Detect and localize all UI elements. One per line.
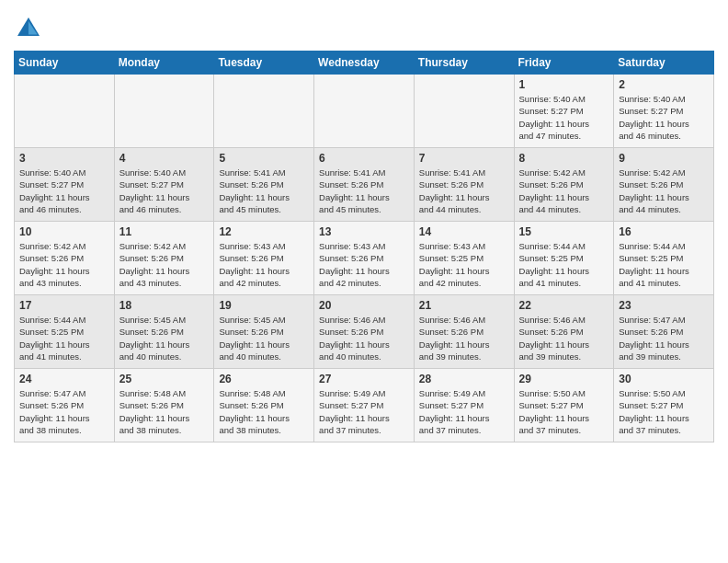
day-cell: 12Sunrise: 5:43 AM Sunset: 5:26 PM Dayli… [214, 222, 314, 295]
day-info: Sunrise: 5:41 AM Sunset: 5:26 PM Dayligh… [219, 167, 309, 215]
day-cell: 22Sunrise: 5:46 AM Sunset: 5:26 PM Dayli… [514, 295, 614, 369]
day-number: 8 [519, 152, 609, 165]
day-info: Sunrise: 5:42 AM Sunset: 5:26 PM Dayligh… [19, 240, 109, 289]
weekday-header-friday: Friday [514, 52, 614, 75]
day-info: Sunrise: 5:48 AM Sunset: 5:26 PM Dayligh… [119, 387, 210, 436]
day-number: 26 [219, 373, 309, 385]
day-cell: 16Sunrise: 5:44 AM Sunset: 5:25 PM Dayli… [614, 222, 714, 295]
day-info: Sunrise: 5:47 AM Sunset: 5:26 PM Dayligh… [619, 314, 709, 362]
day-info: Sunrise: 5:43 AM Sunset: 5:25 PM Dayligh… [419, 240, 509, 289]
day-cell: 3Sunrise: 5:40 AM Sunset: 5:27 PM Daylig… [15, 148, 115, 222]
day-number: 24 [19, 373, 109, 385]
day-number: 3 [19, 152, 109, 165]
weekday-header-monday: Monday [114, 52, 214, 75]
day-cell: 28Sunrise: 5:49 AM Sunset: 5:27 PM Dayli… [414, 369, 514, 442]
weekday-header-sunday: Sunday [15, 52, 115, 75]
day-cell [414, 75, 514, 148]
day-cell: 2Sunrise: 5:40 AM Sunset: 5:27 PM Daylig… [614, 75, 714, 148]
day-info: Sunrise: 5:42 AM Sunset: 5:26 PM Dayligh… [119, 240, 210, 289]
day-cell: 4Sunrise: 5:40 AM Sunset: 5:27 PM Daylig… [114, 148, 214, 222]
day-number: 18 [119, 299, 210, 312]
weekday-header-saturday: Saturday [614, 52, 714, 75]
day-info: Sunrise: 5:49 AM Sunset: 5:27 PM Dayligh… [319, 387, 409, 436]
week-row-2: 3Sunrise: 5:40 AM Sunset: 5:27 PM Daylig… [15, 148, 714, 222]
day-cell: 10Sunrise: 5:42 AM Sunset: 5:26 PM Dayli… [15, 222, 115, 295]
day-info: Sunrise: 5:50 AM Sunset: 5:27 PM Dayligh… [619, 387, 709, 436]
day-number: 23 [619, 299, 709, 312]
day-info: Sunrise: 5:42 AM Sunset: 5:26 PM Dayligh… [619, 167, 709, 215]
day-number: 10 [19, 225, 109, 238]
day-number: 4 [119, 152, 210, 165]
weekday-row: SundayMondayTuesdayWednesdayThursdayFrid… [15, 52, 714, 75]
day-info: Sunrise: 5:47 AM Sunset: 5:26 PM Dayligh… [19, 387, 109, 436]
day-number: 30 [619, 373, 709, 385]
day-info: Sunrise: 5:48 AM Sunset: 5:26 PM Dayligh… [219, 387, 309, 436]
day-cell: 6Sunrise: 5:41 AM Sunset: 5:26 PM Daylig… [314, 148, 415, 222]
day-cell: 19Sunrise: 5:45 AM Sunset: 5:26 PM Dayli… [214, 295, 314, 369]
svg-marker-1 [28, 21, 38, 34]
weekday-header-wednesday: Wednesday [314, 52, 415, 75]
day-info: Sunrise: 5:45 AM Sunset: 5:26 PM Dayligh… [119, 314, 210, 362]
day-info: Sunrise: 5:49 AM Sunset: 5:27 PM Dayligh… [419, 387, 509, 436]
calendar-header: SundayMondayTuesdayWednesdayThursdayFrid… [15, 52, 714, 75]
day-cell [214, 75, 314, 148]
day-number: 21 [419, 299, 509, 312]
day-number: 7 [419, 152, 509, 165]
day-info: Sunrise: 5:44 AM Sunset: 5:25 PM Dayligh… [619, 240, 709, 289]
day-info: Sunrise: 5:43 AM Sunset: 5:26 PM Dayligh… [319, 240, 409, 289]
day-cell: 9Sunrise: 5:42 AM Sunset: 5:26 PM Daylig… [614, 148, 714, 222]
day-number: 11 [119, 225, 210, 238]
day-info: Sunrise: 5:40 AM Sunset: 5:27 PM Dayligh… [19, 167, 109, 215]
day-number: 29 [519, 373, 609, 385]
day-number: 9 [619, 152, 709, 165]
day-number: 15 [519, 225, 609, 238]
day-cell: 11Sunrise: 5:42 AM Sunset: 5:26 PM Dayli… [114, 222, 214, 295]
day-number: 22 [519, 299, 609, 312]
day-info: Sunrise: 5:46 AM Sunset: 5:26 PM Dayligh… [519, 314, 609, 362]
day-info: Sunrise: 5:41 AM Sunset: 5:26 PM Dayligh… [419, 167, 509, 215]
day-cell: 27Sunrise: 5:49 AM Sunset: 5:27 PM Dayli… [314, 369, 415, 442]
day-cell: 23Sunrise: 5:47 AM Sunset: 5:26 PM Dayli… [614, 295, 714, 369]
day-info: Sunrise: 5:40 AM Sunset: 5:27 PM Dayligh… [119, 167, 210, 215]
week-row-3: 10Sunrise: 5:42 AM Sunset: 5:26 PM Dayli… [15, 222, 714, 295]
week-row-4: 17Sunrise: 5:44 AM Sunset: 5:25 PM Dayli… [15, 295, 714, 369]
day-info: Sunrise: 5:40 AM Sunset: 5:27 PM Dayligh… [519, 93, 609, 142]
day-cell: 21Sunrise: 5:46 AM Sunset: 5:26 PM Dayli… [414, 295, 514, 369]
day-info: Sunrise: 5:45 AM Sunset: 5:26 PM Dayligh… [219, 314, 309, 362]
day-number: 12 [219, 225, 309, 238]
day-cell: 5Sunrise: 5:41 AM Sunset: 5:26 PM Daylig… [214, 148, 314, 222]
day-number: 14 [419, 225, 509, 238]
day-info: Sunrise: 5:43 AM Sunset: 5:26 PM Dayligh… [219, 240, 309, 289]
day-number: 2 [619, 78, 709, 91]
day-info: Sunrise: 5:46 AM Sunset: 5:26 PM Dayligh… [319, 314, 409, 362]
day-number: 17 [19, 299, 109, 312]
week-row-1: 1Sunrise: 5:40 AM Sunset: 5:27 PM Daylig… [15, 75, 714, 148]
day-info: Sunrise: 5:46 AM Sunset: 5:26 PM Dayligh… [419, 314, 509, 362]
day-cell: 7Sunrise: 5:41 AM Sunset: 5:26 PM Daylig… [414, 148, 514, 222]
day-info: Sunrise: 5:41 AM Sunset: 5:26 PM Dayligh… [319, 167, 409, 215]
day-cell: 8Sunrise: 5:42 AM Sunset: 5:26 PM Daylig… [514, 148, 614, 222]
day-info: Sunrise: 5:44 AM Sunset: 5:25 PM Dayligh… [19, 314, 109, 362]
day-cell: 14Sunrise: 5:43 AM Sunset: 5:25 PM Dayli… [414, 222, 514, 295]
calendar: SundayMondayTuesdayWednesdayThursdayFrid… [14, 51, 714, 442]
day-number: 27 [319, 373, 409, 385]
day-cell: 29Sunrise: 5:50 AM Sunset: 5:27 PM Dayli… [514, 369, 614, 442]
logo-icon [14, 14, 43, 43]
day-cell [114, 75, 214, 148]
day-info: Sunrise: 5:44 AM Sunset: 5:25 PM Dayligh… [519, 240, 609, 289]
page: SundayMondayTuesdayWednesdayThursdayFrid… [0, 0, 728, 456]
day-number: 19 [219, 299, 309, 312]
day-number: 1 [519, 78, 609, 91]
day-cell [314, 75, 415, 148]
day-number: 13 [319, 225, 409, 238]
calendar-body: 1Sunrise: 5:40 AM Sunset: 5:27 PM Daylig… [15, 75, 714, 442]
day-cell: 13Sunrise: 5:43 AM Sunset: 5:26 PM Dayli… [314, 222, 415, 295]
day-number: 20 [319, 299, 409, 312]
day-cell: 30Sunrise: 5:50 AM Sunset: 5:27 PM Dayli… [614, 369, 714, 442]
week-row-5: 24Sunrise: 5:47 AM Sunset: 5:26 PM Dayli… [15, 369, 714, 442]
day-cell: 20Sunrise: 5:46 AM Sunset: 5:26 PM Dayli… [314, 295, 415, 369]
day-cell: 15Sunrise: 5:44 AM Sunset: 5:25 PM Dayli… [514, 222, 614, 295]
day-number: 28 [419, 373, 509, 385]
day-number: 16 [619, 225, 709, 238]
day-cell: 18Sunrise: 5:45 AM Sunset: 5:26 PM Dayli… [114, 295, 214, 369]
